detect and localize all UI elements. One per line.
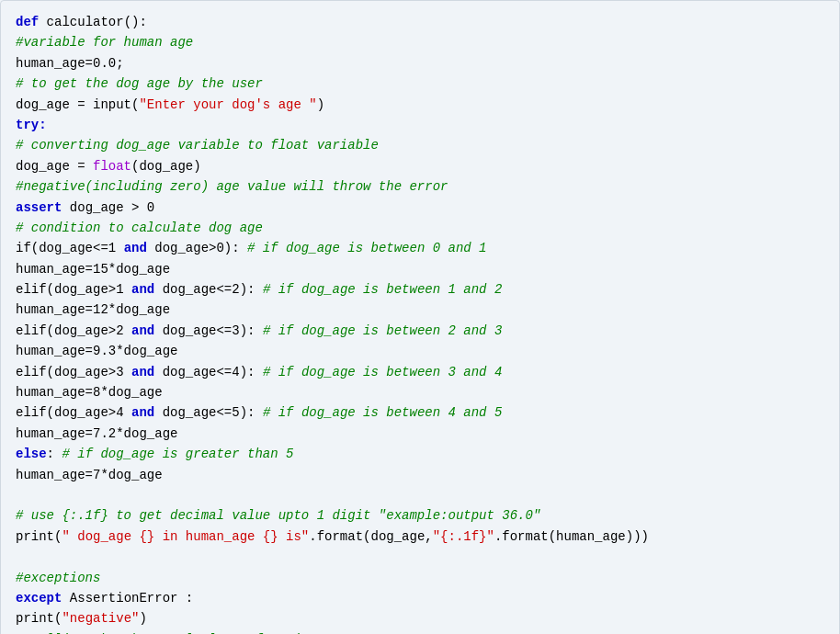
line-12: if(dog_age<=1 and dog_age>0): # if dog_a…: [16, 238, 824, 258]
line-23: human_age=7*dog_age: [16, 465, 824, 485]
line-3: human_age=0.0;: [16, 53, 824, 74]
line-8: dog_age = float(dog_age): [16, 156, 824, 176]
line-11: # condition to calculate dog age: [16, 218, 824, 238]
line-28: #exceptions: [16, 568, 824, 588]
line-5: dog_age = input("Enter your dog's age "): [16, 95, 824, 115]
line-21: human_age=7.2*dog_age: [16, 424, 824, 444]
line-1: def calculator():: [16, 12, 824, 32]
line-25: # use {:.1f} to get decimal value upto 1…: [16, 505, 824, 526]
line-7: # converting dog_age variable to float v…: [16, 135, 824, 155]
line-31: # calling the above calculator function: [16, 629, 824, 634]
line-29: except AssertionError :: [16, 588, 824, 608]
line-14: elif(dog_age>1 and dog_age<=2): # if dog…: [16, 279, 824, 300]
line-16: elif(dog_age>2 and dog_age<=3): # if dog…: [16, 321, 824, 341]
line-20: elif(dog_age>4 and dog_age<=5): # if dog…: [16, 402, 824, 423]
line-13: human_age=15*dog_age: [16, 259, 824, 279]
line-9: #negative(including zero) age value will…: [16, 176, 824, 197]
line-22: else: # if dog_age is greater than 5: [16, 444, 824, 464]
line-2: #variable for human age: [16, 32, 824, 52]
line-26: print(" dog_age {} in human_age {} is".f…: [16, 526, 824, 547]
line-24: [16, 485, 824, 505]
line-10: assert dog_age > 0: [16, 198, 824, 218]
line-4: # to get the dog age by the user: [16, 74, 824, 94]
line-19: human_age=8*dog_age: [16, 382, 824, 402]
line-6: try:: [16, 115, 824, 135]
line-27: [16, 547, 824, 567]
line-15: human_age=12*dog_age: [16, 300, 824, 320]
code-editor: def calculator(): #variable for human ag…: [0, 0, 840, 634]
line-18: elif(dog_age>3 and dog_age<=4): # if dog…: [16, 362, 824, 382]
line-17: human_age=9.3*dog_age: [16, 341, 824, 361]
line-30: print("negative"): [16, 608, 824, 628]
